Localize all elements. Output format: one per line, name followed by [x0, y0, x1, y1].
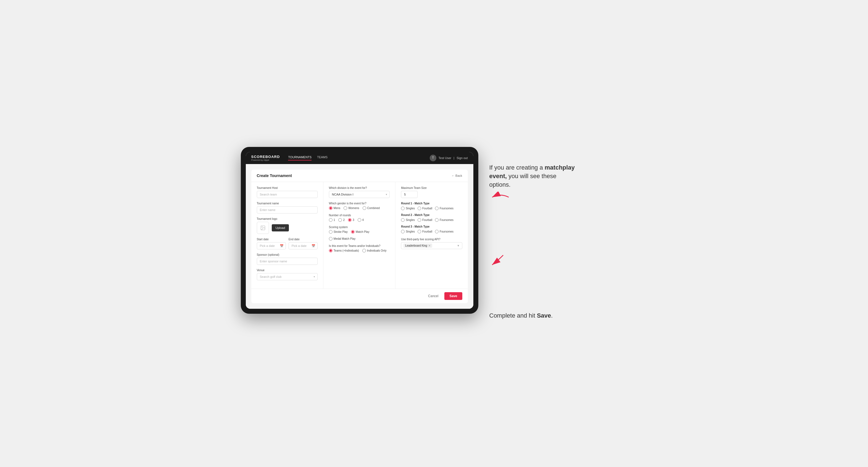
scoring-medal-label: Medal Match Play [334, 237, 355, 240]
separator: | [454, 156, 454, 160]
gender-group: Which gender is the event for? Mens Wome… [329, 202, 390, 210]
annotation-top-container: If you are creating a matchplay event, y… [489, 163, 627, 203]
gender-combined[interactable]: Combined [363, 206, 380, 210]
max-team-size-input[interactable] [401, 191, 417, 198]
content-card: Create Tournament ← Back Tournament Host [251, 169, 468, 303]
annotation-bottom-text2: . [551, 312, 553, 319]
round3-match-section: Round 3 - Match Type Singles Fourball [401, 225, 462, 234]
scoring-match-radio[interactable] [351, 230, 354, 234]
rounds-1-radio[interactable] [329, 218, 333, 222]
scoring-stroke-radio[interactable] [329, 230, 333, 234]
calendar-icon: 📅 [280, 244, 284, 247]
round2-singles[interactable]: Singles [401, 218, 415, 222]
scoring-match[interactable]: Match Play [351, 230, 369, 234]
rounds-2[interactable]: 2 [338, 218, 345, 222]
upload-button[interactable]: Upload [272, 224, 289, 231]
rounds-2-radio[interactable] [338, 218, 342, 222]
gender-womens-radio[interactable] [344, 206, 347, 210]
main-content: Create Tournament ← Back Tournament Host [246, 164, 473, 309]
scoring-medal-radio[interactable] [329, 237, 333, 241]
teams-group: Is this event for Teams and/or Individua… [329, 244, 390, 252]
rounds-3-radio[interactable] [348, 218, 351, 222]
rounds-4-label: 4 [362, 218, 364, 221]
left-column: Tournament Host Tournament name Tourname… [251, 182, 323, 289]
tournament-name-input[interactable] [257, 206, 318, 214]
rounds-radio-group: 1 2 3 [329, 218, 390, 222]
tournament-name-label: Tournament name [257, 202, 318, 205]
round2-singles-radio[interactable] [401, 218, 405, 222]
round2-fourball-radio[interactable] [417, 218, 421, 222]
round3-singles-radio[interactable] [401, 230, 405, 234]
page-wrapper: SCOREBOARD Powered by clippit TOURNAMENT… [241, 147, 627, 320]
round1-singles[interactable]: Singles [401, 207, 415, 210]
round1-foursomes-radio[interactable] [435, 207, 439, 210]
round1-label: Round 1 - Match Type [401, 202, 462, 205]
round2-fourball[interactable]: Fourball [417, 218, 432, 222]
gender-mens-radio[interactable] [329, 206, 333, 210]
api-tag: Leaderboard King ✕ [403, 244, 432, 248]
tournament-host-input[interactable] [257, 191, 318, 198]
sponsor-group: Sponsor (optional) [257, 253, 318, 265]
arrow-bottom-container [489, 252, 627, 267]
round2-foursomes[interactable]: Foursomes [435, 218, 454, 222]
round1-fourball-radio[interactable] [417, 207, 421, 210]
scoring-label: Scoring system [329, 226, 390, 229]
teams-label-text: Teams (+Individuals) [334, 249, 359, 252]
division-select[interactable]: NCAA Division I [329, 191, 390, 198]
rounds-4-radio[interactable] [358, 218, 361, 222]
rounds-2-label: 2 [343, 218, 345, 221]
tournament-host-group: Tournament Host [257, 186, 318, 198]
round3-foursomes[interactable]: Foursomes [435, 230, 454, 234]
annotation-bottom-bold: Save [537, 312, 551, 319]
end-date-label: End date [288, 238, 318, 241]
api-remove-icon[interactable]: ✕ [428, 244, 431, 247]
venue-input[interactable] [257, 273, 318, 280]
start-date-group: Start date 📅 [257, 238, 286, 249]
round1-fourball[interactable]: Fourball [417, 207, 432, 210]
teams-radio-group: Teams (+Individuals) Individuals Only [329, 249, 390, 252]
rounds-1[interactable]: 1 [329, 218, 335, 222]
signout-link[interactable]: Sign out [457, 156, 468, 160]
nav-links: TOURNAMENTS TEAMS [288, 155, 421, 160]
nav-teams[interactable]: TEAMS [317, 155, 328, 160]
gender-mens[interactable]: Mens [329, 206, 340, 210]
save-button[interactable]: Save [444, 292, 462, 300]
avatar: T [430, 155, 436, 161]
start-date-label: Start date [257, 238, 286, 241]
round2-foursomes-radio[interactable] [435, 218, 439, 222]
round1-foursomes-label: Foursomes [440, 207, 454, 210]
gender-combined-radio[interactable] [363, 206, 366, 210]
calendar-icon-2: 📅 [312, 244, 315, 247]
teams-option[interactable]: Teams (+Individuals) [329, 249, 359, 252]
nav-tournaments[interactable]: TOURNAMENTS [288, 155, 312, 160]
rounds-4[interactable]: 4 [358, 218, 364, 222]
round1-singles-radio[interactable] [401, 207, 405, 210]
gender-womens[interactable]: Womens [344, 206, 359, 210]
sponsor-input[interactable] [257, 258, 318, 265]
middle-column: Which division is the event for? NCAA Di… [323, 182, 396, 289]
scoring-medal[interactable]: Medal Match Play [329, 237, 355, 241]
dates-group: Start date 📅 End date [257, 238, 318, 249]
round3-singles[interactable]: Singles [401, 230, 415, 234]
arrow-top-container [489, 192, 627, 203]
rounds-3[interactable]: 3 [348, 218, 354, 222]
end-date-group: End date 📅 [288, 238, 318, 249]
round3-fourball[interactable]: Fourball [417, 230, 432, 234]
individuals-option[interactable]: Individuals Only [362, 249, 386, 252]
gender-combined-label: Combined [367, 207, 380, 210]
brand: SCOREBOARD Powered by clippit [251, 155, 280, 161]
annotation-bottom-text1: Complete and hit [489, 312, 537, 319]
rounds-group: Number of rounds 1 2 [329, 214, 390, 222]
round3-fourball-radio[interactable] [417, 230, 421, 234]
scoring-stroke[interactable]: Stroke Play [329, 230, 348, 234]
round2-match-section: Round 2 - Match Type Singles Fourball [401, 214, 462, 222]
api-select-wrap[interactable]: Leaderboard King ✕ ▼ [401, 242, 462, 249]
back-button[interactable]: ← Back [452, 174, 462, 177]
round1-foursomes[interactable]: Foursomes [435, 207, 454, 210]
annotation-top: If you are creating a matchplay event, y… [489, 163, 578, 189]
round1-match-section: Round 1 - Match Type Singles Fourball [401, 202, 462, 210]
round3-foursomes-radio[interactable] [435, 230, 439, 234]
individuals-radio[interactable] [362, 249, 366, 252]
teams-radio[interactable] [329, 249, 333, 252]
cancel-button[interactable]: Cancel [425, 292, 442, 300]
